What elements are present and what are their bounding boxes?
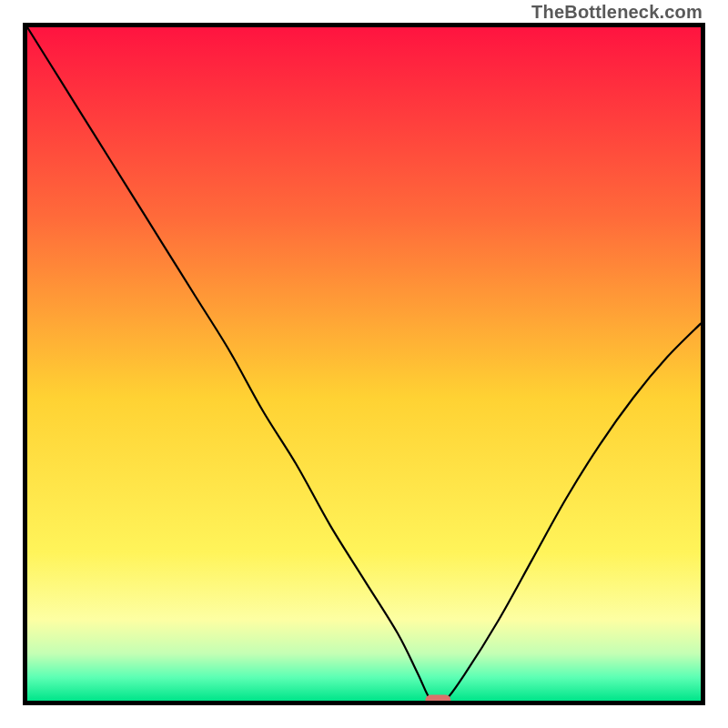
chart-frame: TheBottleneck.com (0, 0, 728, 728)
optimal-marker (425, 695, 450, 702)
chart-svg (27, 27, 701, 701)
gradient-background (27, 27, 701, 701)
attribution-text: TheBottleneck.com (531, 2, 703, 23)
plot-area (23, 23, 705, 705)
